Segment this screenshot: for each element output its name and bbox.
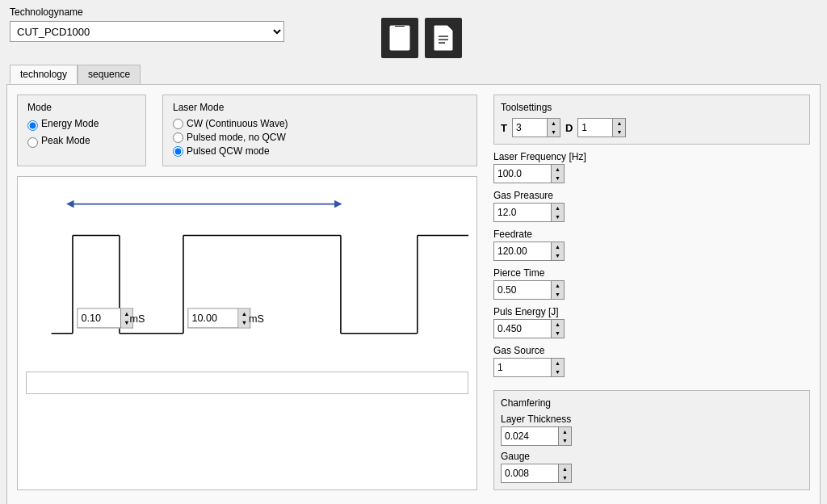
layer-thickness-label: Layer Thickness <box>501 414 803 425</box>
tab-sequence[interactable]: sequence <box>78 65 141 84</box>
gas-pressure-down[interactable]: ▼ <box>552 212 564 221</box>
puls-energy-input[interactable] <box>493 319 552 338</box>
gas-source-down[interactable]: ▼ <box>552 368 564 376</box>
gas-pressure-up[interactable]: ▲ <box>552 204 564 212</box>
waveform-svg: ▲ ▼ mS ▲ ▼ <box>26 185 468 363</box>
d-value-input[interactable] <box>577 118 613 137</box>
layer-thickness-input[interactable] <box>501 426 559 446</box>
t-value-input[interactable] <box>512 118 548 137</box>
peak-mode-label: Peak Mode <box>41 135 90 146</box>
t-down[interactable]: ▼ <box>548 128 560 136</box>
peak-mode-radio[interactable] <box>27 137 38 148</box>
gauge-spinbtns: ▲ ▼ <box>559 464 572 483</box>
pulsed-no-qcw-radio[interactable] <box>173 132 183 143</box>
feedrate-spinbtns: ▲ ▼ <box>552 242 565 261</box>
tab-bar: technology sequence <box>0 65 827 84</box>
feedrate-up[interactable]: ▲ <box>552 242 564 251</box>
svg-marker-4 <box>391 27 409 49</box>
period-up[interactable]: ▲ <box>238 309 250 318</box>
d-down[interactable]: ▼ <box>613 128 625 136</box>
pulsed-qcw-label: Pulsed QCW mode <box>187 145 270 157</box>
puls-energy-up[interactable]: ▲ <box>552 320 564 329</box>
file-button[interactable] <box>425 18 462 58</box>
feedrate-label: Feedrate <box>493 229 810 240</box>
gas-source-input[interactable] <box>493 358 552 377</box>
feedrate-down[interactable]: ▼ <box>552 251 564 260</box>
gas-source-field: Gas Source ▲ ▼ <box>493 345 810 377</box>
chamfering-box: Chamfering Layer Thickness ▲ ▼ Gauge <box>493 390 810 490</box>
t-up[interactable]: ▲ <box>548 119 560 128</box>
gauge-down[interactable]: ▼ <box>559 473 571 482</box>
freq-field: Laser Frequency [Hz] ▲ ▼ <box>493 151 810 183</box>
cw-mode-radio[interactable] <box>173 119 183 129</box>
toolsettings-title: Toolsettings <box>501 102 803 113</box>
layer-thickness-field: Layer Thickness ▲ ▼ <box>501 414 803 446</box>
toolsettings-box: Toolsettings T ▲ ▼ D ▲ <box>493 94 810 145</box>
bottom-bar <box>26 372 468 394</box>
feedrate-field: Feedrate ▲ ▼ <box>493 229 810 261</box>
gauge-field: Gauge ▲ ▼ <box>501 451 803 483</box>
gas-pressure-label: Gas Preasure <box>493 190 810 201</box>
freq-spinbtns: ▲ ▼ <box>552 164 565 183</box>
gas-pressure-field: Gas Preasure ▲ ▼ <box>493 190 810 222</box>
gauge-up[interactable]: ▲ <box>559 464 571 473</box>
period-down[interactable]: ▼ <box>238 318 250 328</box>
d-label: D <box>565 122 573 134</box>
pierce-time-field: Pierce Time ▲ ▼ <box>493 267 810 300</box>
gauge-label: Gauge <box>501 451 803 462</box>
pierce-time-down[interactable]: ▼ <box>552 290 564 299</box>
pierce-time-input[interactable] <box>493 280 552 300</box>
pierce-time-label: Pierce Time <box>493 267 810 279</box>
layer-thickness-down[interactable]: ▼ <box>559 436 571 445</box>
main-panel: Mode Energy Mode Peak Mode Laser Mode <box>6 84 821 504</box>
freq-up[interactable]: ▲ <box>552 165 564 174</box>
chamfering-title: Chamfering <box>501 397 803 409</box>
t-spinbtns: ▲ ▼ <box>548 118 560 137</box>
pulse-width-input[interactable] <box>77 308 121 328</box>
period-input[interactable] <box>187 308 238 328</box>
freq-input[interactable] <box>493 164 552 183</box>
pierce-time-spinbtns: ▲ ▼ <box>552 280 565 300</box>
puls-energy-down[interactable]: ▼ <box>552 329 564 338</box>
gas-source-label: Gas Source <box>493 345 810 356</box>
energy-mode-radio[interactable] <box>27 120 38 131</box>
puls-energy-field: Puls Energy [J] ▲ ▼ <box>493 306 810 338</box>
gas-pressure-spinbtns: ▲ ▼ <box>552 203 565 222</box>
gas-source-spinbtns: ▲ ▼ <box>552 358 565 377</box>
period-unit: mS <box>249 313 264 325</box>
pulsed-no-qcw-label: Pulsed mode, no QCW <box>187 132 286 143</box>
d-spinbtns: ▲ ▼ <box>613 118 626 137</box>
feedrate-input[interactable] <box>493 242 552 261</box>
puls-energy-spinbtns: ▲ ▼ <box>552 319 565 338</box>
tech-select[interactable]: CUT_PCD1000 <box>10 21 284 42</box>
pulsed-qcw-radio[interactable] <box>173 146 183 157</box>
d-up[interactable]: ▲ <box>613 119 625 128</box>
laser-mode-title: Laser Mode <box>173 102 467 113</box>
freq-down[interactable]: ▼ <box>552 174 564 183</box>
gauge-input[interactable] <box>501 464 559 483</box>
mode-title: Mode <box>27 102 136 113</box>
layer-thickness-spinbtns: ▲ ▼ <box>559 426 572 446</box>
freq-label: Laser Frequency [Hz] <box>493 151 810 162</box>
layer-thickness-up[interactable]: ▲ <box>559 427 571 436</box>
puls-energy-label: Puls Energy [J] <box>493 306 810 317</box>
pierce-time-up[interactable]: ▲ <box>552 281 564 290</box>
pulse-unit: mS <box>130 313 145 325</box>
gas-pressure-input[interactable] <box>493 203 552 222</box>
tech-label: Technologyname <box>10 6 284 18</box>
save-button[interactable] <box>381 18 418 58</box>
energy-mode-label: Energy Mode <box>41 118 99 129</box>
tab-technology[interactable]: technology <box>10 65 78 84</box>
svg-marker-5 <box>434 26 452 50</box>
gas-source-up[interactable]: ▲ <box>552 359 564 368</box>
cw-mode-label: CW (Continuous Wave) <box>187 118 288 129</box>
waveform-area: ▲ ▼ mS ▲ ▼ <box>17 176 477 490</box>
t-label: T <box>501 122 507 134</box>
